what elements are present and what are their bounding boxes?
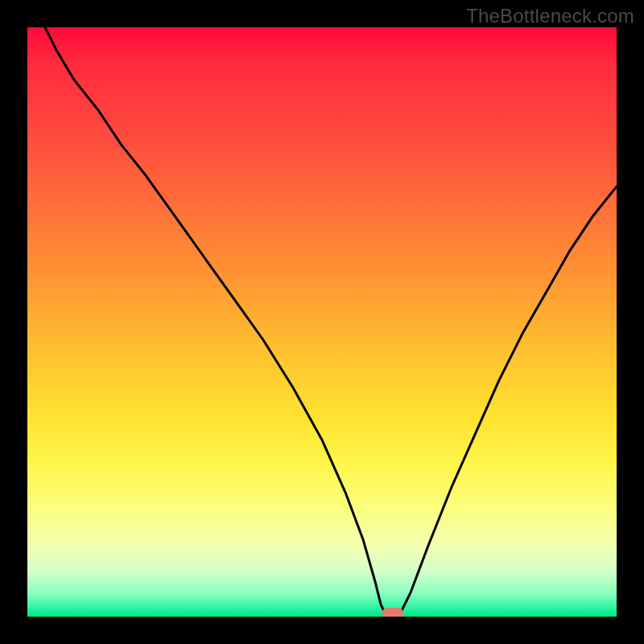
chart-frame: TheBottleneck.com [0,0,644,644]
minimum-marker-icon [382,608,403,617]
plot-area [27,27,617,617]
curve-svg [27,27,617,617]
bottleneck-curve [45,27,617,617]
watermark-text: TheBottleneck.com [466,5,634,27]
